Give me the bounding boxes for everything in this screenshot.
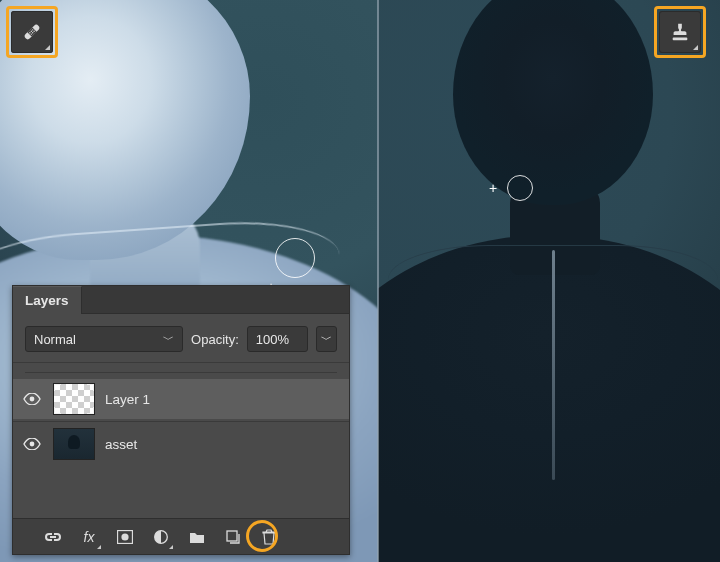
- eye-icon: [23, 438, 41, 450]
- layer-name[interactable]: asset: [105, 437, 137, 452]
- chevron-down-icon: ﹀: [321, 332, 332, 347]
- layers-tabbar-spacer: [82, 286, 349, 314]
- tool-flyout-corner-icon: [693, 45, 698, 50]
- layer-row[interactable]: Layer 1: [13, 379, 349, 419]
- layers-panel: Layers Normal ﹀ Opacity: 100% ﹀: [12, 285, 350, 555]
- document-view-right[interactable]: [378, 0, 720, 562]
- layer-options-row: Normal ﹀ Opacity: 100% ﹀: [13, 314, 349, 363]
- layers-panel-tabbar: Layers: [13, 286, 349, 314]
- layer-row[interactable]: asset: [13, 424, 349, 464]
- flyout-corner-icon: [97, 545, 101, 549]
- eye-icon: [23, 393, 41, 405]
- visibility-toggle[interactable]: [21, 393, 43, 405]
- add-mask-button[interactable]: [115, 527, 135, 547]
- opacity-value: 100%: [256, 332, 289, 347]
- blend-mode-select[interactable]: Normal ﹀: [25, 326, 183, 352]
- layer-thumbnail[interactable]: [53, 383, 95, 415]
- opacity-label: Opacity:: [191, 332, 239, 347]
- visibility-toggle[interactable]: [21, 438, 43, 450]
- svg-rect-8: [673, 38, 688, 41]
- new-layer-icon: [225, 529, 241, 545]
- layer-name[interactable]: Layer 1: [105, 392, 150, 407]
- document-divider: [377, 0, 379, 562]
- flyout-corner-icon: [169, 545, 173, 549]
- adjustment-layer-button[interactable]: [151, 527, 171, 547]
- highlight-new-layer-button: [246, 520, 278, 552]
- doc-right-zipper: [552, 250, 555, 480]
- app-canvas: + +: [0, 0, 720, 562]
- folder-icon: [189, 530, 205, 544]
- fx-icon: fx: [84, 529, 95, 545]
- tool-flyout-corner-icon: [45, 45, 50, 50]
- svg-rect-14: [227, 531, 237, 541]
- layer-list: Layer 1 asset: [13, 373, 349, 464]
- layer-style-button[interactable]: fx: [79, 527, 99, 547]
- doc-right-mannequin-head: [453, 0, 653, 205]
- svg-point-9: [30, 397, 35, 402]
- svg-point-12: [121, 533, 128, 540]
- link-icon: [44, 530, 62, 544]
- panel-divider: [25, 363, 337, 373]
- chevron-down-icon: ﹀: [163, 332, 174, 347]
- layer-row-divider: [13, 421, 349, 422]
- layer-thumbnail[interactable]: [53, 428, 95, 460]
- layers-panel-bottom-bar: fx: [13, 518, 349, 554]
- new-group-button[interactable]: [187, 527, 207, 547]
- svg-point-10: [30, 442, 35, 447]
- spot-healing-brush-tool-button[interactable]: [11, 11, 53, 53]
- clone-stamp-tool-button[interactable]: [659, 11, 701, 53]
- link-layers-button[interactable]: [43, 527, 63, 547]
- bandage-icon: [20, 20, 44, 44]
- new-layer-button[interactable]: [223, 527, 243, 547]
- layers-tab[interactable]: Layers: [13, 286, 82, 314]
- mask-icon: [117, 530, 133, 544]
- adjustment-icon: [153, 529, 169, 545]
- stamp-icon: [669, 21, 691, 43]
- blend-mode-value: Normal: [34, 332, 76, 347]
- opacity-value-select[interactable]: 100%: [247, 326, 308, 352]
- opacity-scrubber[interactable]: ﹀: [316, 326, 337, 352]
